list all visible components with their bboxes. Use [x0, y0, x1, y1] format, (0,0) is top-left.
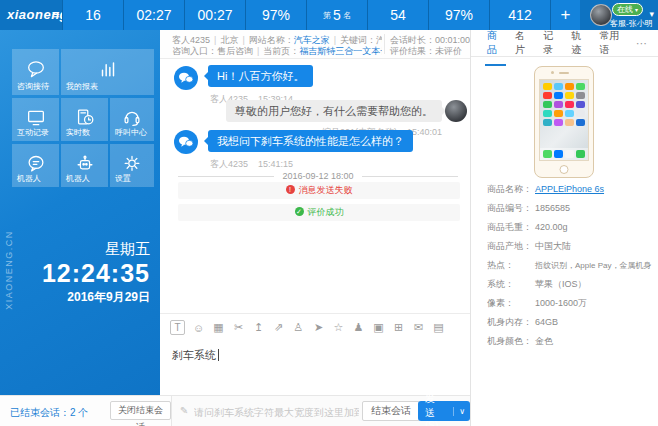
product-field-origin: 商品产地：中国大陆: [487, 240, 654, 253]
composer-toolbar: T ☺ ▦ ✂ ↥ ⇗ ♙ ➤ ☆ ♟ ▣ ⊞ ✉ ▤: [160, 313, 470, 341]
tab-records[interactable]: 记录: [543, 30, 560, 58]
visitor-avatar: [174, 66, 198, 90]
entry-value: 售后咨询: [217, 46, 253, 56]
upload-file-icon[interactable]: ↥: [252, 321, 265, 334]
phone-app-grid: [540, 80, 588, 129]
right-panel: 商品 名片 记录 轨迹 常用语 ⋯ 商品名称：APPLEiPhone 6s 商品…: [470, 30, 658, 426]
external-window-icon[interactable]: ⊞: [392, 321, 405, 334]
print-icon[interactable]: ▣: [372, 321, 385, 334]
sidebar-tile-my-reports[interactable]: 我的报表: [61, 49, 154, 95]
sidebar: 咨询接待 我的报表 互动记录 实时数 呼叫中心 机器人 机器人 设置: [0, 30, 160, 395]
visitor-info-header: 客人4235|北京|网站名称：汽车之家|关键词：汽车、轮胎..... 咨询入口：…: [160, 30, 470, 59]
sidebar-tile-robot-chat[interactable]: 机器人: [12, 144, 59, 187]
message-bubble: 我想问下刹车系统的性能是怎么样的？: [208, 130, 413, 152]
visitor-id: 客人4235: [172, 35, 210, 45]
sidebar-tile-settings[interactable]: 设置: [110, 144, 154, 187]
visitor-chat-icon: [178, 135, 194, 149]
agent-chat-avatar: [445, 100, 467, 122]
online-status-badge[interactable]: 在线▾: [612, 3, 643, 16]
emoji-icon[interactable]: ☺: [192, 322, 205, 334]
more-tabs-icon[interactable]: ⋯: [636, 37, 648, 50]
bottom-bar: 已结束会话：2 个 关闭结束会话 ✎ 请问刹车系统字符最大宽度到这里加到这个..…: [0, 395, 470, 426]
site-name-link[interactable]: 汽车之家: [294, 35, 330, 45]
share-icon[interactable]: ⇗: [272, 321, 285, 334]
realtime-clock-icon: [74, 106, 96, 128]
success-icon: ✓: [295, 207, 304, 216]
phone-camera: [551, 71, 554, 74]
add-button[interactable]: +: [550, 0, 580, 30]
clock-time: 12:24:35: [42, 259, 150, 287]
stat-waiting-count[interactable]: 16: [62, 0, 123, 30]
chevron-down-icon: ▾: [635, 7, 638, 13]
message-record-icon[interactable]: ✉: [412, 321, 425, 334]
bar-chart-icon: [97, 58, 119, 80]
text-cursor: [218, 349, 219, 361]
favorite-icon[interactable]: ☆: [332, 321, 345, 334]
product-name-link[interactable]: APPLEiPhone 6s: [535, 184, 604, 194]
agent-name: 客服-张小明: [610, 18, 653, 29]
agent-userbox[interactable]: 在线▾ 客服-张小明 ▾: [588, 0, 658, 30]
send-page-icon[interactable]: ➤: [312, 321, 325, 334]
visitor-avatar: [174, 130, 198, 154]
chat-bubble-icon: [25, 58, 47, 80]
sidebar-tile-call-center[interactable]: 呼叫中心: [110, 98, 154, 141]
tab-product[interactable]: 商品: [487, 30, 504, 58]
quick-reply-suggestion[interactable]: 请问刹车系统字符最大宽度到这里加到这个.....: [194, 406, 359, 420]
phone-home-button: [560, 165, 569, 174]
product-field-os: 系统：苹果（IOS）: [487, 278, 654, 291]
chat-column: 客人4235|北京|网站名称：汽车之家|关键词：汽车、轮胎..... 咨询入口：…: [160, 30, 470, 395]
stat-response-time[interactable]: 00:27: [184, 0, 245, 30]
sidebar-tile-consult-reception[interactable]: 咨询接待: [12, 49, 59, 95]
user-menu-caret-icon[interactable]: ▾: [649, 9, 654, 19]
panel-tabs: 商品 名片 记录 轨迹 常用语 ⋯: [471, 30, 658, 57]
message-bubble: Hi！八百方你好。: [208, 65, 313, 87]
tab-trail[interactable]: 轨迹: [571, 30, 588, 58]
closed-sessions-count[interactable]: 已结束会话：2 个: [10, 406, 88, 420]
sidebar-tile-realtime-data[interactable]: 实时数: [61, 98, 108, 141]
product-image-iphone: [534, 66, 594, 178]
tab-common-phrases[interactable]: 常用语: [599, 30, 625, 58]
notice-send-failed: !消息发送失败: [178, 182, 460, 199]
end-session-button[interactable]: 结束会话: [362, 401, 420, 421]
sidebar-tile-interaction-records[interactable]: 互动记录: [12, 98, 59, 141]
product-field-hotspots: 热点：指纹识别，Apple Pay，金属机身，拍照神器: [487, 259, 654, 272]
xiaoneng-app: xiaoneng ≡ 16 02:27 00:27 97% 第 5 名 54 9…: [0, 0, 658, 426]
phone-speaker: [559, 72, 569, 74]
menu-icon[interactable]: ≡: [52, 7, 60, 22]
sidebar-clock: 星期五 12:24:35 2016年9月29日: [42, 240, 150, 306]
agent-avatar[interactable]: [590, 4, 612, 26]
screenshot-icon[interactable]: ✂: [232, 321, 245, 334]
stat-rate-2[interactable]: 97%: [428, 0, 489, 30]
stat-rank[interactable]: 第 5 名: [306, 0, 367, 30]
close-ended-sessions-button[interactable]: 关闭结束会话: [110, 401, 171, 420]
stat-avg-session-time[interactable]: 02:27: [123, 0, 184, 30]
visitor-info-line2: 咨询入口：售后咨询|当前页：福吉斯特三合一文本长度到此处加一个....: [172, 45, 382, 58]
sidebar-tile-robot[interactable]: 机器人: [61, 144, 108, 187]
clock-weekday: 星期五: [42, 240, 150, 259]
phone-screen: [539, 79, 589, 161]
tab-card[interactable]: 名片: [515, 30, 532, 58]
gear-icon: [121, 152, 143, 174]
pencil-icon: ✎: [180, 405, 188, 416]
send-button[interactable]: 发 送(S)∨: [418, 401, 470, 421]
visitor-chat-icon: [178, 71, 194, 85]
send-options-caret-icon[interactable]: ∨: [453, 407, 470, 416]
stat-count-1[interactable]: 54: [367, 0, 428, 30]
closed-sessions-zone: 已结束会话：2 个 关闭结束会话: [0, 396, 172, 426]
contact-card-icon[interactable]: ♙: [292, 321, 305, 334]
rating-result: 评价结果：未评价: [390, 45, 462, 58]
phone-dock: [540, 148, 588, 160]
stat-count-2[interactable]: 412: [489, 0, 550, 30]
format-text-icon[interactable]: T: [170, 320, 185, 335]
watermark-text: XIAONENG.CN: [4, 230, 16, 310]
product-field-storage: 机身内存：64GB: [487, 316, 654, 329]
stat-rate-1[interactable]: 97%: [245, 0, 306, 30]
invite-agent-icon[interactable]: ♟: [352, 321, 365, 334]
message-input[interactable]: 刹车系统: [172, 348, 219, 363]
clipboard-icon[interactable]: ▤: [432, 321, 445, 334]
current-page-link[interactable]: 福吉斯特三合一文本长度到此处加一个....: [299, 46, 382, 56]
image-icon[interactable]: ▦: [212, 321, 225, 334]
product-field-sku: 商品编号：1856585: [487, 202, 654, 215]
time-divider: 2016-09-12 18:00: [178, 171, 458, 181]
chat-lines-icon: [25, 152, 47, 174]
